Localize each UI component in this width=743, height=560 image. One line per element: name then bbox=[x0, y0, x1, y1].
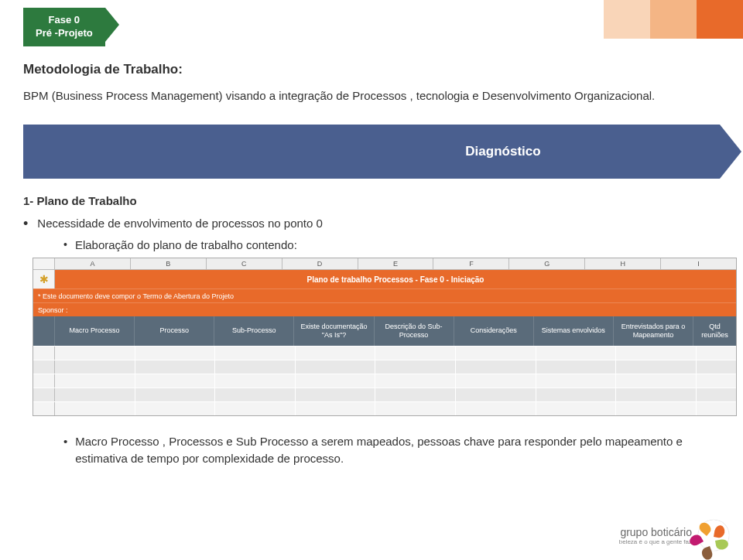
bullet-dot-icon: • bbox=[23, 217, 28, 230]
spreadsheet-note-row: * Este documento deve compor o Termo de … bbox=[33, 289, 736, 302]
section-heading: 1- Plano de Trabalho bbox=[23, 194, 720, 207]
bullet-primary: • Necessidade de envolvimento de process… bbox=[23, 217, 720, 230]
lower-bullet: • Macro Processo , Processos e Sub Proce… bbox=[63, 433, 698, 468]
table-row bbox=[33, 346, 736, 360]
bullet-dot-icon: • bbox=[63, 238, 67, 251]
spreadsheet-title-row: ✱ Plano de trabalho Processos - Fase 0 -… bbox=[33, 270, 736, 289]
col-letter: A bbox=[55, 258, 131, 269]
col-header: Sistemas envolvidos bbox=[534, 316, 614, 346]
spreadsheet-header-corner bbox=[33, 316, 55, 346]
col-letter: F bbox=[433, 258, 509, 269]
spreadsheet-header-row: Macro Processo Processo Sub-Processo Exi… bbox=[33, 316, 736, 346]
col-letter: E bbox=[358, 258, 434, 269]
badge-line2: Pré -Projeto bbox=[36, 27, 93, 40]
table-row bbox=[33, 374, 736, 388]
col-header: Considerações bbox=[454, 316, 534, 346]
page-title: Metodologia de Trabalho: bbox=[23, 62, 720, 77]
spreadsheet-title: Plano de trabalho Processos - Fase 0 - I… bbox=[55, 270, 736, 289]
col-letter: G bbox=[509, 258, 585, 269]
col-letter: C bbox=[207, 258, 282, 269]
spreadsheet-sponsor: Sponsor : bbox=[33, 303, 736, 316]
spreadsheet-corner bbox=[33, 258, 55, 269]
spreadsheet-preview: A B C D E F G H I ✱ Plano de trabalho Pr… bbox=[33, 258, 737, 416]
footer: grupo boticário beleza é o que a gente f… bbox=[619, 520, 729, 551]
footer-tagline: beleza é o que a gente faz bbox=[619, 538, 692, 545]
banner-left-block bbox=[23, 125, 286, 179]
sub-bullet: • Elaboração do plano de trabalho conten… bbox=[63, 238, 720, 251]
footer-brand: grupo boticário bbox=[619, 526, 692, 538]
bullet-dot-icon: • bbox=[63, 433, 67, 468]
col-letter: H bbox=[585, 258, 661, 269]
col-header: Qtd reuniões bbox=[693, 316, 736, 346]
col-letter: B bbox=[131, 258, 207, 269]
spreadsheet-note: * Este documento deve compor o Termo de … bbox=[33, 289, 736, 302]
corner-block-dark bbox=[697, 0, 743, 39]
spreadsheet-sponsor-row: Sponsor : bbox=[33, 302, 736, 316]
col-header: Processo bbox=[135, 316, 214, 346]
bullet-text: Necessidade de envolvimento de processos… bbox=[37, 217, 323, 230]
spreadsheet-column-letters: A B C D E F G H I bbox=[33, 258, 736, 270]
main-content: Metodologia de Trabalho: BPM (Business P… bbox=[0, 0, 743, 468]
col-header: Macro Processo bbox=[55, 316, 135, 346]
corner-decoration bbox=[604, 0, 743, 39]
sub-bullet-text: Elaboração do plano de trabalho contendo… bbox=[75, 238, 297, 251]
table-row bbox=[33, 388, 736, 401]
diagnostic-banner: Diagnóstico bbox=[23, 125, 720, 179]
banner-label: Diagnóstico bbox=[286, 125, 720, 179]
col-letter: I bbox=[661, 258, 736, 269]
col-letter: D bbox=[282, 258, 358, 269]
badge-line1: Fase 0 bbox=[36, 14, 93, 27]
corner-block-light bbox=[604, 0, 650, 39]
table-row bbox=[33, 360, 736, 374]
table-row bbox=[33, 401, 736, 415]
boticario-logo-icon bbox=[698, 520, 729, 551]
lower-bullet-text: Macro Processo , Processos e Sub Process… bbox=[75, 433, 698, 468]
footer-text: grupo boticário beleza é o que a gente f… bbox=[619, 526, 692, 545]
col-header: Entrevistados para o Mapeamento bbox=[614, 316, 693, 346]
col-header: Existe documentação "As Is"? bbox=[294, 316, 374, 346]
corner-block-mid bbox=[650, 0, 697, 39]
col-header: Sub-Processo bbox=[214, 316, 294, 346]
phase-badge: Fase 0 Pré -Projeto bbox=[23, 8, 105, 46]
joomla-icon: ✱ bbox=[33, 270, 55, 289]
page-subtitle: BPM (Business Process Management) visand… bbox=[23, 85, 720, 106]
col-header: Descrição do Sub-Processo bbox=[375, 316, 454, 346]
